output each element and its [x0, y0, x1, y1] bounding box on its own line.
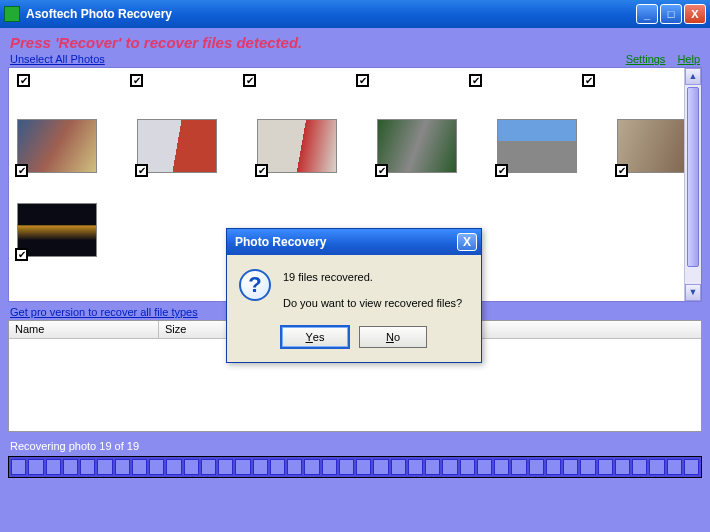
yes-button[interactable]: Yes [281, 326, 349, 348]
photo-thumb [17, 203, 97, 257]
progress-segment [684, 459, 699, 475]
app-icon [4, 6, 20, 22]
scroll-down-arrow[interactable]: ▼ [685, 284, 701, 301]
progress-segment [615, 459, 630, 475]
dialog-line2: Do you want to view recovered files? [283, 295, 462, 313]
maximize-button[interactable]: □ [660, 4, 682, 24]
col-blank [459, 321, 701, 338]
progress-segment [580, 459, 595, 475]
photo-thumb [497, 119, 577, 173]
progress-segment [632, 459, 647, 475]
progress-segment [425, 459, 440, 475]
titlebar: Asoftech Photo Recovery _ □ X [0, 0, 710, 28]
status-text: Recovering photo 19 of 19 [8, 432, 702, 456]
progress-segment [115, 459, 130, 475]
scroll-thumb[interactable] [687, 87, 699, 267]
progress-segment [563, 459, 578, 475]
instruction-text: Press 'Recover' to recover files detecte… [8, 28, 702, 53]
progress-segment [511, 459, 526, 475]
thumb-checkbox[interactable] [15, 248, 28, 261]
progress-segment [322, 459, 337, 475]
progress-segment [235, 459, 250, 475]
progress-segment [253, 459, 268, 475]
link-bar: Unselect All Photos Settings Help [8, 53, 702, 67]
minimize-button[interactable]: _ [636, 4, 658, 24]
unselect-all-link[interactable]: Unselect All Photos [10, 53, 105, 65]
progress-segment [287, 459, 302, 475]
progress-segment [442, 459, 457, 475]
thumb-checkbox[interactable] [615, 164, 628, 177]
question-icon: ? [239, 269, 271, 301]
photo-thumb [377, 119, 457, 173]
thumb-cell[interactable] [377, 119, 457, 175]
progress-segment [184, 459, 199, 475]
recovery-dialog: Photo Recovery X ? 19 files recovered. D… [226, 228, 482, 363]
photo-thumb [137, 119, 217, 173]
progress-segment [546, 459, 561, 475]
photo-thumb [257, 119, 337, 173]
dialog-message: 19 files recovered. Do you want to view … [283, 269, 462, 312]
thumb-cell[interactable] [257, 119, 337, 175]
window-title: Asoftech Photo Recovery [26, 7, 634, 21]
progress-segment [11, 459, 26, 475]
progress-segment [460, 459, 475, 475]
progress-segment [218, 459, 233, 475]
progress-segment [270, 459, 285, 475]
progress-segment [477, 459, 492, 475]
progress-segment [529, 459, 544, 475]
thumb-checkbox[interactable] [495, 164, 508, 177]
progress-segment [132, 459, 147, 475]
scroll-track[interactable] [685, 85, 701, 284]
progress-segment [373, 459, 388, 475]
progress-segment [494, 459, 509, 475]
thumb-cell[interactable] [17, 119, 97, 175]
progress-segment [201, 459, 216, 475]
thumb-checkbox[interactable] [255, 164, 268, 177]
progress-segment [63, 459, 78, 475]
scroll-up-arrow[interactable]: ▲ [685, 68, 701, 85]
no-button[interactable]: No [359, 326, 427, 348]
progress-segment [391, 459, 406, 475]
progress-segment [356, 459, 371, 475]
photo-thumb [17, 119, 97, 173]
close-button[interactable]: X [684, 4, 706, 24]
dialog-close-button[interactable]: X [457, 233, 477, 251]
thumb-checkbox[interactable] [135, 164, 148, 177]
thumb-checkbox[interactable] [582, 74, 595, 87]
pro-version-link[interactable]: Get pro version to recover all file type… [10, 306, 198, 318]
progress-segment [649, 459, 664, 475]
thumb-checkbox[interactable] [243, 74, 256, 87]
help-link[interactable]: Help [677, 53, 700, 65]
thumb-checkbox[interactable] [375, 164, 388, 177]
thumb-cell[interactable] [17, 203, 101, 259]
gallery-scrollbar[interactable]: ▲ ▼ [684, 68, 701, 301]
progress-segment [80, 459, 95, 475]
progress-segment [149, 459, 164, 475]
settings-link[interactable]: Settings [626, 53, 666, 65]
main-panel: Press 'Recover' to recover files detecte… [0, 28, 710, 532]
progress-segment [46, 459, 61, 475]
progress-segment [408, 459, 423, 475]
progress-segment [304, 459, 319, 475]
dialog-titlebar[interactable]: Photo Recovery X [227, 229, 481, 255]
gallery-row [13, 119, 680, 175]
progress-segment [339, 459, 354, 475]
thumb-checkbox[interactable] [356, 74, 369, 87]
thumb-cell[interactable] [617, 119, 684, 175]
thumb-cell[interactable] [497, 119, 577, 175]
thumb-checkbox[interactable] [15, 164, 28, 177]
dialog-line1: 19 files recovered. [283, 269, 462, 287]
progress-bar [8, 456, 702, 478]
dialog-title: Photo Recovery [235, 235, 457, 249]
progress-segment [28, 459, 43, 475]
progress-segment [598, 459, 613, 475]
progress-segment [667, 459, 682, 475]
thumb-checkbox[interactable] [130, 74, 143, 87]
thumb-checkbox[interactable] [17, 74, 30, 87]
col-name[interactable]: Name [9, 321, 159, 338]
progress-segment [166, 459, 181, 475]
progress-segment [97, 459, 112, 475]
thumb-cell[interactable] [137, 119, 217, 175]
gallery-row-checkboxes [13, 74, 680, 87]
thumb-checkbox[interactable] [469, 74, 482, 87]
